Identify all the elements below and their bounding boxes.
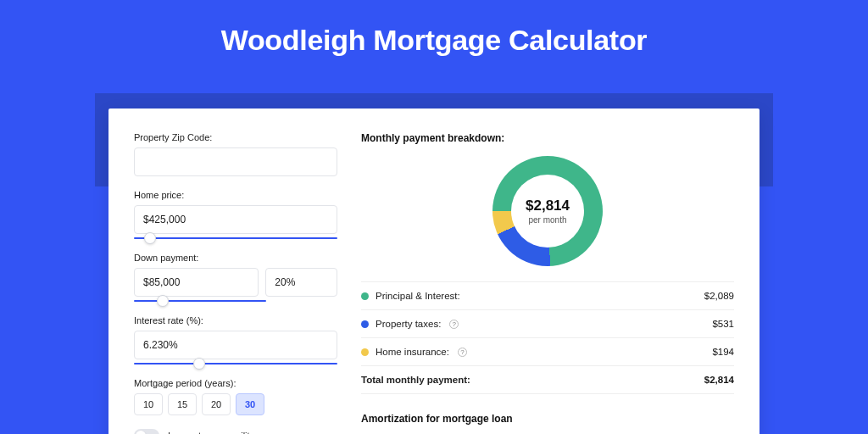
rate-label: Interest rate (%):	[134, 315, 337, 326]
zip-field-group: Property Zip Code:	[134, 132, 337, 176]
donut-sub: per month	[528, 215, 566, 225]
rate-field-group: Interest rate (%):	[134, 315, 337, 364]
veteran-toggle[interactable]	[134, 429, 159, 434]
price-field-group: Home price:	[134, 190, 337, 239]
breakdown-value: $2,089	[704, 291, 734, 301]
breakdown-label: Home insurance:	[376, 347, 449, 357]
donut-chart-wrap: $2,814 per month	[361, 156, 734, 266]
donut-chart: $2,814 per month	[492, 156, 603, 266]
legend-dot	[361, 348, 369, 356]
total-value: $2,814	[704, 375, 734, 385]
breakdown-row: Property taxes:?$531	[361, 310, 734, 338]
price-slider[interactable]	[134, 237, 337, 239]
legend-dot	[361, 320, 369, 328]
rate-slider-thumb[interactable]	[193, 358, 205, 370]
amortization-title: Amortization for mortgage loan	[361, 413, 734, 425]
breakdown-row: Home insurance:?$194	[361, 338, 734, 366]
legend-dot	[361, 292, 369, 300]
price-label: Home price:	[134, 190, 337, 200]
rate-slider[interactable]	[134, 363, 337, 364]
period-label: Mortgage period (years):	[134, 378, 337, 388]
calculator-card: Property Zip Code: Home price: Down paym…	[108, 108, 760, 434]
period-option-30[interactable]: 30	[236, 393, 264, 415]
down-slider[interactable]	[134, 300, 266, 302]
results-column: Monthly payment breakdown: $2,814 per mo…	[361, 132, 734, 434]
breakdown-value: $531	[712, 319, 734, 329]
total-label: Total monthly payment:	[361, 375, 470, 385]
breakdown-value: $194	[712, 347, 734, 357]
breakdown-total-row: Total monthly payment:$2,814	[361, 366, 734, 394]
down-field-group: Down payment:	[134, 253, 337, 302]
donut-center: $2,814 per month	[511, 175, 584, 248]
period-option-15[interactable]: 15	[168, 393, 197, 415]
down-label: Down payment:	[134, 253, 337, 263]
price-input[interactable]	[134, 205, 337, 234]
breakdown-label: Principal & Interest:	[376, 291, 460, 301]
veteran-row: I am veteran or military	[134, 429, 337, 434]
amortization-section: Amortization for mortgage loan Amortizat…	[361, 413, 734, 434]
down-amount-input[interactable]	[134, 268, 259, 297]
info-icon[interactable]: ?	[458, 348, 467, 357]
price-slider-thumb[interactable]	[144, 232, 156, 244]
zip-input[interactable]	[134, 147, 337, 176]
donut-amount: $2,814	[526, 198, 570, 214]
zip-label: Property Zip Code:	[134, 132, 337, 142]
breakdown-label: Property taxes:	[376, 319, 441, 329]
period-option-10[interactable]: 10	[134, 393, 163, 415]
breakdown-rows: Principal & Interest:$2,089Property taxe…	[361, 281, 734, 394]
rate-input[interactable]	[134, 331, 337, 359]
breakdown-title: Monthly payment breakdown:	[361, 132, 734, 144]
form-column: Property Zip Code: Home price: Down paym…	[134, 132, 337, 434]
period-segmented: 10152030	[134, 393, 337, 415]
page-title: Woodleigh Mortgage Calculator	[0, 24, 868, 57]
period-field-group: Mortgage period (years): 10152030	[134, 378, 337, 415]
down-percent-input[interactable]	[265, 268, 337, 297]
info-icon[interactable]: ?	[449, 320, 459, 329]
breakdown-row: Principal & Interest:$2,089	[361, 282, 734, 310]
period-option-20[interactable]: 20	[202, 393, 231, 415]
down-slider-thumb[interactable]	[157, 295, 169, 307]
veteran-label: I am veteran or military	[168, 431, 263, 434]
